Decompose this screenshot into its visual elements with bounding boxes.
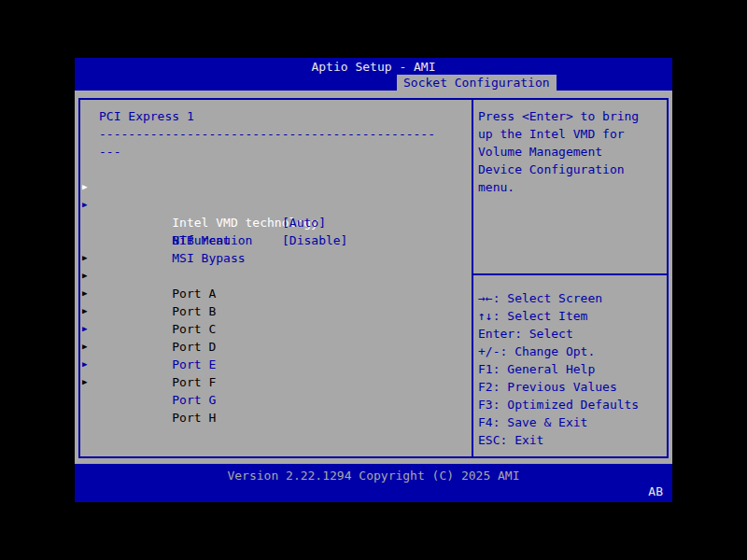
menu-separator-line-2: --- [99, 143, 468, 161]
help-text-line: menu. [478, 178, 665, 196]
hotkey-select-item: ↑↓: Select Item [478, 307, 667, 325]
menu-item-value[interactable]: [Disable] [282, 231, 347, 249]
submenu-arrow-icon: ▶ [82, 178, 95, 196]
submenu-arrow-icon: ▶ [82, 320, 95, 338]
menu-item-intel-vmd-technology[interactable]: ▶ Intel VMD technology [99, 178, 468, 196]
hotkey-f1-general-help: F1: General Help [478, 360, 667, 378]
hotkey-change-opt: +/-: Change Opt. [478, 343, 667, 360]
menu-item-ntb-menu[interactable]: ▶ NTB Menu [99, 196, 468, 214]
submenu-arrow-icon: ▶ [82, 267, 95, 285]
bios-setup-window: Aptio Setup - AMI Socket Configuration P… [75, 58, 672, 502]
menu-item-bifurcation[interactable]: Bifurcation [Auto] [99, 214, 468, 231]
menu-separator-line-1: ----------------------------------------… [99, 125, 468, 143]
menu-item-label: Port H [172, 411, 216, 425]
submenu-arrow-icon: ▶ [82, 338, 95, 356]
hotkey-enter-select: Enter: Select [478, 325, 667, 343]
hotkey-legend: →←: Select Screen ↑↓: Select Item Enter:… [478, 289, 667, 449]
panel-divider [472, 98, 473, 458]
submenu-arrow-icon: ▶ [82, 302, 95, 320]
submenu-arrow-icon: ▶ [82, 356, 95, 373]
version-text: Version 2.22.1294 Copyright (C) 2025 AMI [75, 464, 672, 483]
menu-item-port-g[interactable]: ▶ Port G [99, 356, 468, 373]
spacer [99, 161, 468, 178]
hotkey-f3-optimized-defaults: F3: Optimized Defaults [478, 396, 667, 413]
submenu-arrow-icon: ▶ [82, 196, 95, 214]
header-bar: Aptio Setup - AMI Socket Configuration [75, 58, 672, 91]
tab-socket-configuration[interactable]: Socket Configuration [397, 75, 557, 91]
hotkey-select-screen: →←: Select Screen [478, 289, 667, 307]
menu-item-port-d[interactable]: ▶ Port D [99, 302, 468, 320]
menu-panel: PCI Express 1 --------------------------… [99, 107, 468, 391]
hotkey-f4-save-exit: F4: Save & Exit [478, 413, 667, 431]
menu-item-port-e[interactable]: ▶ Port E [99, 320, 468, 338]
help-text-line: Device Configuration [478, 161, 665, 178]
menu-item-msi-bypass[interactable]: MSI Bypass [Disable] [99, 231, 468, 249]
page-title: Aptio Setup - AMI [75, 58, 672, 75]
hotkey-esc-exit: ESC: Exit [478, 431, 667, 449]
menu-heading: PCI Express 1 [99, 107, 468, 125]
bios-screen: Aptio Setup - AMI Socket Configuration P… [0, 0, 747, 560]
menu-item-port-a[interactable]: ▶ Port A [99, 249, 468, 267]
help-text-line: Volume Management [478, 143, 665, 161]
menu-item-port-c[interactable]: ▶ Port C [99, 285, 468, 302]
help-separator-line [473, 273, 669, 275]
menu-item-port-b[interactable]: ▶ Port B [99, 267, 468, 285]
menu-item-label: Port G [172, 393, 216, 407]
menu-item-port-h[interactable]: ▶ Port H [99, 373, 468, 391]
submenu-arrow-icon: ▶ [82, 249, 95, 267]
submenu-arrow-icon: ▶ [82, 373, 95, 391]
help-text-line: Press <Enter> to bring [478, 107, 665, 125]
help-text-line: up the Intel VMD for [478, 125, 665, 143]
footer-bar: Version 2.22.1294 Copyright (C) 2025 AMI… [75, 464, 672, 502]
footer-badge: AB [648, 485, 663, 498]
main-area: PCI Express 1 --------------------------… [75, 91, 672, 464]
help-panel: Press <Enter> to bring up the Intel VMD … [478, 107, 665, 196]
menu-item-value[interactable]: [Auto] [282, 214, 326, 231]
menu-item-port-f[interactable]: ▶ Port F [99, 338, 468, 356]
hotkey-f2-previous-values: F2: Previous Values [478, 378, 667, 396]
submenu-arrow-icon: ▶ [82, 285, 95, 302]
